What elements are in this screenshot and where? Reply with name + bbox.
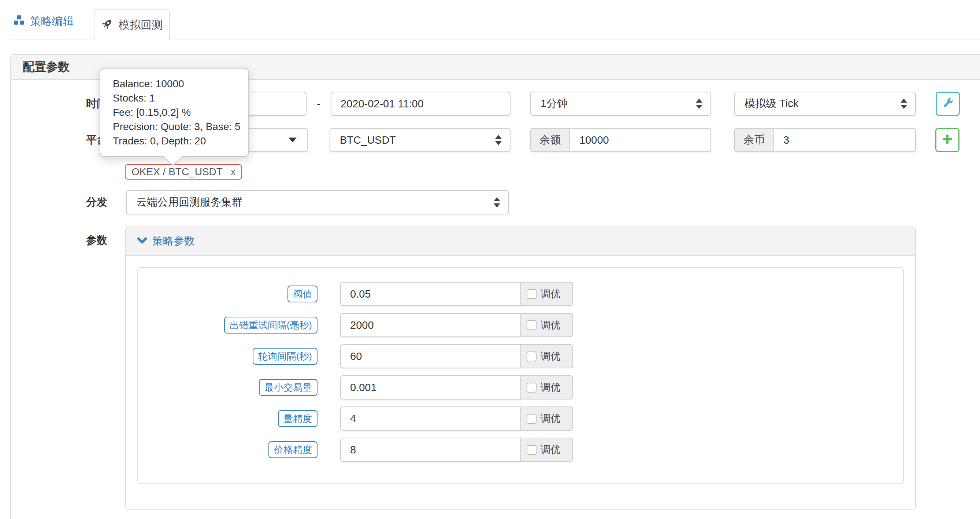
add-platform-button[interactable] — [935, 128, 959, 152]
param-name-badge: 轮询间隔(秒) — [253, 348, 318, 365]
param-tune-addon: 调优 — [521, 375, 573, 399]
platform-tag-row: OKEX / BTC_USDT x — [11, 164, 980, 180]
tooltip-line: Precision: Quote: 3, Base: 5 — [113, 120, 241, 134]
tune-label: 调优 — [541, 318, 560, 332]
dispatch-select-value: 云端公用回测服务集群 — [136, 195, 242, 210]
tooltip-line: Stocks: 1 — [113, 91, 241, 105]
strategy-params-toggle[interactable]: 策略参数 — [126, 227, 915, 256]
tune-label: 调优 — [541, 381, 560, 394]
tune-label: 调优 — [541, 443, 560, 456]
end-time-input[interactable] — [331, 92, 511, 116]
param-value-input[interactable] — [340, 406, 521, 431]
param-tune-addon: 调优 — [521, 438, 573, 462]
remove-tag-button[interactable]: x — [231, 166, 236, 178]
time-label: 时间 — [11, 96, 107, 111]
param-row: 价格精度 调优 — [138, 438, 903, 462]
strategy-params-panel: 策略参数 阀值 调优 — [125, 227, 916, 510]
caret-updown-icon — [495, 135, 502, 145]
param-tune-addon: 调优 — [521, 313, 573, 337]
param-name-badge: 最小交易量 — [259, 379, 318, 396]
period-select[interactable]: 1分钟 — [530, 92, 711, 116]
param-row: 量精度 调优 — [138, 406, 903, 431]
date-range-separator: - — [307, 97, 331, 110]
param-row: 轮询间隔(秒) 调优 — [138, 344, 903, 368]
caret-down-icon — [289, 138, 297, 142]
param-value-input[interactable] — [340, 375, 521, 399]
param-value-input[interactable] — [340, 282, 521, 306]
cubes-icon — [13, 15, 25, 28]
tooltip-line: Trades: 0, Depth: 20 — [113, 134, 241, 148]
tab-backtest[interactable]: 模拟回测 — [94, 9, 170, 40]
backtest-info-tooltip: Balance: 10000 Stocks: 1 Fee: [0.15,0.2]… — [100, 68, 249, 157]
param-name-badge: 量精度 — [278, 410, 318, 427]
strategy-params-title: 策略参数 — [152, 234, 195, 249]
param-tune-addon: 调优 — [521, 406, 573, 431]
tune-label: 调优 — [541, 412, 560, 425]
tick-level-select[interactable]: 模拟级 Tick — [734, 92, 916, 116]
pair-select-value: BTC_USDT — [340, 134, 396, 146]
param-name-badge: 出错重试间隔(毫秒) — [224, 317, 318, 334]
stocks-addon-label: 余币 — [734, 128, 773, 152]
pair-select[interactable]: BTC_USDT — [329, 128, 511, 152]
tick-level-select-value: 模拟级 Tick — [745, 96, 799, 111]
stocks-input[interactable] — [773, 128, 916, 152]
tune-checkbox[interactable] — [527, 383, 536, 393]
rocket-icon — [101, 18, 113, 33]
dispatch-row: 分发 云端公用回测服务集群 — [11, 190, 980, 214]
param-row: 最小交易量 调优 — [138, 375, 903, 399]
tab-strategy-edit-label: 策略编辑 — [30, 14, 74, 29]
param-tune-addon: 调优 — [521, 282, 573, 306]
strategy-params-body: 阀值 调优 出错重试间隔(毫秒) — [126, 256, 915, 509]
tune-checkbox[interactable] — [527, 351, 536, 361]
tab-strategy-edit[interactable]: 策略编辑 — [13, 13, 74, 30]
param-value-input[interactable] — [340, 344, 521, 368]
config-panel-title: 配置参数 — [23, 59, 70, 75]
tune-checkbox[interactable] — [527, 414, 536, 424]
balance-input[interactable] — [570, 128, 711, 152]
tooltip-line: Fee: [0.15,0.2] % — [113, 105, 241, 120]
args-label: 参数 — [11, 227, 107, 248]
param-value-input[interactable] — [340, 313, 521, 337]
tab-backtest-label: 模拟回测 — [119, 18, 162, 33]
tune-checkbox[interactable] — [527, 445, 536, 455]
tune-checkbox[interactable] — [527, 320, 536, 330]
param-row: 阀值 调优 — [138, 282, 903, 306]
param-name-badge: 阀值 — [288, 286, 318, 302]
chevron-down-icon — [137, 237, 147, 246]
tune-label: 调优 — [541, 350, 560, 363]
param-value-input[interactable] — [340, 438, 521, 462]
dispatch-select[interactable]: 云端公用回测服务集群 — [126, 190, 509, 214]
wrench-icon — [941, 96, 955, 111]
param-list: 阀值 调优 出错重试间隔(毫秒) — [137, 267, 904, 484]
caret-updown-icon — [696, 99, 702, 109]
platform-tag: OKEX / BTC_USDT x — [125, 164, 242, 180]
args-row: 参数 策略参数 阀值 — [11, 227, 980, 510]
dispatch-label: 分发 — [11, 195, 107, 210]
tooltip-line: Balance: 10000 — [113, 77, 241, 91]
caret-updown-icon — [900, 99, 907, 109]
backtest-settings-button[interactable] — [936, 92, 960, 116]
stocks-group: 余币 — [734, 128, 916, 152]
param-row: 出错重试间隔(毫秒) 调优 — [138, 313, 903, 337]
tab-bar: 策略编辑 模拟回测 — [10, 0, 980, 40]
caret-updown-icon — [494, 197, 500, 208]
tune-checkbox[interactable] — [527, 289, 536, 299]
tune-label: 调优 — [541, 287, 560, 300]
period-select-value: 1分钟 — [541, 96, 568, 111]
param-name-badge: 价格精度 — [269, 441, 318, 458]
tooltip-arrow — [163, 156, 183, 165]
balance-addon-label: 余额 — [530, 128, 570, 152]
plus-icon — [941, 133, 954, 147]
platform-tag-text: OKEX / BTC_USDT — [132, 166, 223, 178]
platform-label: 平台 — [11, 133, 107, 147]
param-tune-addon: 调优 — [521, 344, 573, 368]
balance-group: 余额 — [530, 128, 711, 152]
